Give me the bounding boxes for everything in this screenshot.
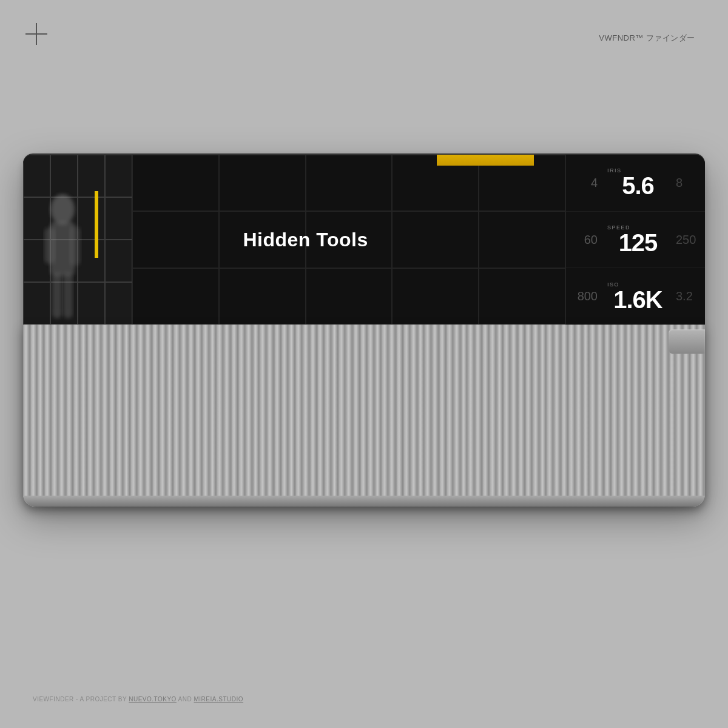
rib (462, 325, 468, 507)
iso-setting-row[interactable]: 800 ISO 1.6K 3.2 (566, 268, 705, 325)
speed-center: SPEED 125 (602, 220, 673, 260)
display-grid-cell (479, 211, 565, 268)
settings-panel: 4 IRIS 5.6 8 60 SPEED 125 250 800 (565, 155, 705, 325)
rib (282, 325, 288, 507)
crosshair-icon (25, 23, 47, 45)
camera-grip (23, 325, 705, 507)
bottom-shine (23, 496, 705, 507)
rib (619, 325, 625, 507)
iris-center: IRIS 5.6 (602, 163, 673, 203)
rib (31, 325, 37, 507)
display-grid-cell (392, 268, 479, 325)
yellow-bar (95, 191, 98, 258)
rib (232, 325, 238, 507)
rib (411, 325, 417, 507)
camera-screen: Hidden Tools 4 IRIS 5.6 8 60 SPEED 125 (23, 155, 705, 325)
rib (217, 325, 223, 507)
rib (641, 325, 647, 507)
rib (224, 325, 231, 507)
yellow-dial[interactable] (437, 155, 534, 166)
rib (59, 325, 66, 507)
rib (181, 325, 187, 507)
rib (627, 325, 633, 507)
rib (425, 325, 431, 507)
rib (483, 325, 489, 507)
display-grid-cell (132, 211, 219, 268)
rib (81, 325, 87, 507)
rib (447, 325, 453, 507)
rib (361, 325, 367, 507)
rib (189, 325, 195, 507)
rib (45, 325, 51, 507)
viewfinder-preview (23, 155, 132, 325)
rib (633, 325, 639, 507)
rib (146, 325, 152, 507)
iso-value: 1.6K (613, 288, 662, 312)
rib (239, 325, 245, 507)
display-grid-cell (219, 155, 306, 211)
rib (662, 325, 669, 507)
rib (511, 325, 517, 507)
camera-device: Hidden Tools 4 IRIS 5.6 8 60 SPEED 125 (23, 155, 705, 507)
rib (303, 325, 309, 507)
rib (605, 325, 611, 507)
rib (490, 325, 496, 507)
footer-and: AND (177, 696, 194, 703)
rib (167, 325, 174, 507)
grid-cell (105, 197, 132, 240)
rib (562, 325, 568, 507)
rib (174, 325, 180, 507)
rib (131, 325, 137, 507)
rib (153, 325, 159, 507)
iris-right-value: 8 (676, 176, 700, 190)
display-grid-cell (132, 155, 219, 211)
rib (569, 325, 575, 507)
rib (433, 325, 439, 507)
rib (476, 325, 482, 507)
footer-text: VIEWFINDER - A PROJECT BY NUEVO.TOKYO AN… (33, 696, 243, 703)
iso-center: ISO 1.6K (602, 277, 673, 317)
rib (311, 325, 317, 507)
rib (590, 325, 596, 507)
rib (526, 325, 532, 507)
rib (554, 325, 561, 507)
rib (376, 325, 382, 507)
speed-setting-row[interactable]: 60 SPEED 125 250 (566, 212, 705, 269)
rib (325, 325, 331, 507)
rib (289, 325, 295, 507)
footer-link-nuevo[interactable]: NUEVO.TOKYO (129, 696, 177, 703)
rib (397, 325, 403, 507)
grid-cell (105, 155, 132, 197)
silhouette-figure (35, 191, 90, 325)
rib (160, 325, 166, 507)
camera-bottom-button[interactable] (669, 329, 705, 354)
footer-prefix: VIEWFINDER - A PROJECT BY (33, 696, 129, 703)
rib (648, 325, 654, 507)
rib (419, 325, 425, 507)
display-grid-cell (306, 268, 393, 325)
rib (497, 325, 504, 507)
rib (211, 325, 217, 507)
display-grid-cell (392, 211, 479, 268)
rib (468, 325, 474, 507)
rib (52, 325, 58, 507)
rib (268, 325, 274, 507)
svg-rect-2 (44, 228, 55, 264)
rib (598, 325, 604, 507)
rib (368, 325, 374, 507)
svg-point-0 (50, 194, 75, 224)
footer-link-mireia[interactable]: MIREIA.STUDIO (194, 696, 244, 703)
iris-setting-row[interactable]: 4 IRIS 5.6 8 (566, 155, 705, 212)
rib (584, 325, 590, 507)
rib (124, 325, 130, 507)
grid-cell (105, 282, 132, 325)
rib (74, 325, 80, 507)
rib (203, 325, 209, 507)
rib (138, 325, 144, 507)
rib (110, 325, 116, 507)
rib (260, 325, 266, 507)
speed-right-value: 250 (676, 233, 700, 247)
rib (533, 325, 539, 507)
svg-rect-3 (70, 226, 81, 266)
iris-label: IRIS (607, 167, 622, 174)
